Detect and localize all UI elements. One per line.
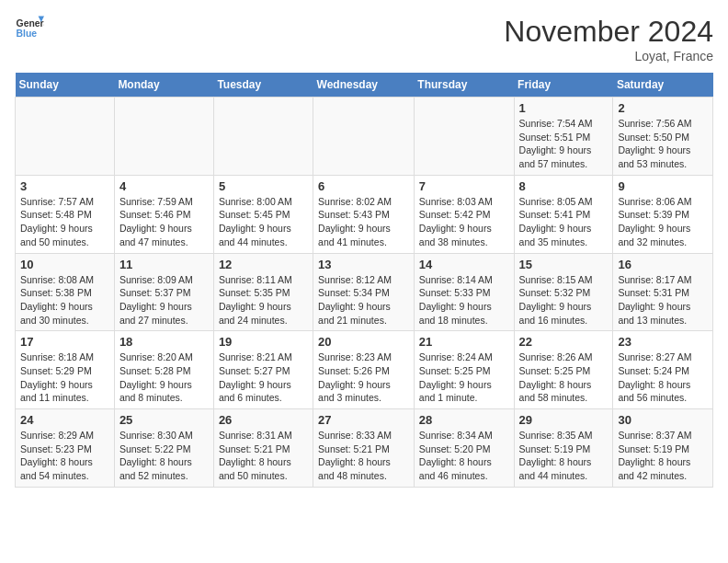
header-day-thursday: Thursday — [414, 73, 514, 98]
day-info: Sunrise: 8:23 AM Sunset: 5:26 PM Dayligh… — [318, 350, 409, 405]
day-info: Sunrise: 8:05 AM Sunset: 5:41 PM Dayligh… — [519, 195, 609, 249]
calendar-cell: 28Sunrise: 8:34 AM Sunset: 5:20 PM Dayli… — [414, 409, 514, 488]
day-info: Sunrise: 7:57 AM Sunset: 5:48 PM Dayligh… — [20, 195, 109, 249]
logo: General Blue — [15, 15, 44, 40]
day-info: Sunrise: 8:31 AM Sunset: 5:21 PM Dayligh… — [219, 429, 308, 483]
calendar-cell: 9Sunrise: 8:06 AM Sunset: 5:39 PM Daylig… — [613, 175, 713, 253]
day-number: 20 — [318, 335, 409, 349]
calendar-cell: 8Sunrise: 8:05 AM Sunset: 5:41 PM Daylig… — [514, 175, 613, 253]
day-number: 28 — [419, 413, 509, 427]
day-number: 19 — [219, 335, 308, 349]
day-info: Sunrise: 8:06 AM Sunset: 5:39 PM Dayligh… — [618, 195, 708, 249]
day-number: 23 — [618, 335, 708, 349]
location: Loyat, France — [504, 49, 713, 63]
svg-text:General: General — [17, 18, 44, 29]
calendar-week-row: 1Sunrise: 7:54 AM Sunset: 5:51 PM Daylig… — [16, 98, 713, 176]
day-info: Sunrise: 8:21 AM Sunset: 5:27 PM Dayligh… — [219, 350, 308, 405]
calendar-cell: 17Sunrise: 8:18 AM Sunset: 5:29 PM Dayli… — [16, 331, 115, 409]
calendar-cell — [114, 98, 213, 176]
day-number: 14 — [419, 258, 509, 271]
calendar-cell: 13Sunrise: 8:12 AM Sunset: 5:34 PM Dayli… — [313, 253, 415, 331]
calendar-cell: 21Sunrise: 8:24 AM Sunset: 5:25 PM Dayli… — [414, 331, 514, 409]
day-info: Sunrise: 8:35 AM Sunset: 5:19 PM Dayligh… — [519, 429, 609, 483]
calendar-cell: 5Sunrise: 8:00 AM Sunset: 5:45 PM Daylig… — [213, 175, 313, 253]
day-number: 30 — [618, 413, 708, 427]
day-info: Sunrise: 8:26 AM Sunset: 5:25 PM Dayligh… — [519, 350, 609, 405]
day-number: 3 — [20, 179, 109, 193]
day-info: Sunrise: 8:03 AM Sunset: 5:42 PM Dayligh… — [419, 195, 509, 249]
day-number: 17 — [20, 335, 109, 349]
calendar-cell — [16, 98, 115, 176]
calendar-cell: 30Sunrise: 8:37 AM Sunset: 5:19 PM Dayli… — [613, 409, 713, 488]
logo-icon: General Blue — [15, 15, 44, 40]
day-number: 18 — [119, 335, 209, 349]
day-info: Sunrise: 8:15 AM Sunset: 5:32 PM Dayligh… — [519, 273, 609, 327]
day-info: Sunrise: 8:24 AM Sunset: 5:25 PM Dayligh… — [419, 350, 509, 405]
calendar-cell: 12Sunrise: 8:11 AM Sunset: 5:35 PM Dayli… — [213, 253, 313, 331]
calendar-cell: 10Sunrise: 8:08 AM Sunset: 5:38 PM Dayli… — [16, 253, 115, 331]
header-day-monday: Monday — [114, 73, 213, 98]
calendar-table: SundayMondayTuesdayWednesdayThursdayFrid… — [15, 73, 713, 488]
day-number: 29 — [519, 413, 609, 427]
day-number: 25 — [119, 413, 209, 427]
month-title: November 2024 — [504, 15, 713, 49]
day-number: 21 — [419, 335, 509, 349]
day-number: 1 — [519, 101, 609, 115]
day-number: 15 — [519, 258, 609, 271]
day-number: 5 — [219, 179, 308, 193]
calendar-cell: 27Sunrise: 8:33 AM Sunset: 5:21 PM Dayli… — [313, 409, 415, 488]
calendar-cell: 24Sunrise: 8:29 AM Sunset: 5:23 PM Dayli… — [16, 409, 115, 488]
calendar-cell: 25Sunrise: 8:30 AM Sunset: 5:22 PM Dayli… — [114, 409, 213, 488]
day-info: Sunrise: 8:18 AM Sunset: 5:29 PM Dayligh… — [20, 350, 109, 405]
page-header: General Blue November 2024 Loyat, France — [15, 15, 713, 63]
day-info: Sunrise: 8:20 AM Sunset: 5:28 PM Dayligh… — [119, 350, 209, 405]
calendar-cell: 20Sunrise: 8:23 AM Sunset: 5:26 PM Dayli… — [313, 331, 415, 409]
calendar-header-row: SundayMondayTuesdayWednesdayThursdayFrid… — [16, 73, 713, 98]
calendar-cell: 16Sunrise: 8:17 AM Sunset: 5:31 PM Dayli… — [613, 253, 713, 331]
calendar-cell: 7Sunrise: 8:03 AM Sunset: 5:42 PM Daylig… — [414, 175, 514, 253]
day-number: 16 — [618, 258, 708, 271]
day-info: Sunrise: 7:54 AM Sunset: 5:51 PM Dayligh… — [519, 117, 609, 171]
header-day-friday: Friday — [514, 73, 613, 98]
calendar-cell — [213, 98, 313, 176]
day-info: Sunrise: 7:56 AM Sunset: 5:50 PM Dayligh… — [618, 117, 708, 171]
calendar-cell: 22Sunrise: 8:26 AM Sunset: 5:25 PM Dayli… — [514, 331, 613, 409]
calendar-cell — [414, 98, 514, 176]
day-number: 11 — [119, 258, 209, 271]
calendar-cell: 11Sunrise: 8:09 AM Sunset: 5:37 PM Dayli… — [114, 253, 213, 331]
day-info: Sunrise: 8:12 AM Sunset: 5:34 PM Dayligh… — [318, 273, 409, 327]
day-number: 9 — [618, 179, 708, 193]
day-info: Sunrise: 8:02 AM Sunset: 5:43 PM Dayligh… — [318, 195, 409, 249]
day-number: 4 — [119, 179, 209, 193]
day-number: 27 — [318, 413, 409, 427]
calendar-week-row: 3Sunrise: 7:57 AM Sunset: 5:48 PM Daylig… — [16, 175, 713, 253]
day-info: Sunrise: 8:33 AM Sunset: 5:21 PM Dayligh… — [318, 429, 409, 483]
calendar-cell: 29Sunrise: 8:35 AM Sunset: 5:19 PM Dayli… — [514, 409, 613, 488]
day-number: 10 — [20, 258, 109, 271]
calendar-cell: 6Sunrise: 8:02 AM Sunset: 5:43 PM Daylig… — [313, 175, 415, 253]
day-number: 12 — [219, 258, 308, 271]
day-info: Sunrise: 8:11 AM Sunset: 5:35 PM Dayligh… — [219, 273, 308, 327]
day-number: 24 — [20, 413, 109, 427]
calendar-cell — [313, 98, 415, 176]
day-info: Sunrise: 8:34 AM Sunset: 5:20 PM Dayligh… — [419, 429, 509, 483]
day-number: 2 — [618, 101, 708, 115]
day-info: Sunrise: 8:30 AM Sunset: 5:22 PM Dayligh… — [119, 429, 209, 483]
day-info: Sunrise: 8:37 AM Sunset: 5:19 PM Dayligh… — [618, 429, 708, 483]
title-area: November 2024 Loyat, France — [504, 15, 713, 63]
day-number: 13 — [318, 258, 409, 271]
calendar-cell: 3Sunrise: 7:57 AM Sunset: 5:48 PM Daylig… — [16, 175, 115, 253]
header-day-wednesday: Wednesday — [313, 73, 415, 98]
day-info: Sunrise: 8:27 AM Sunset: 5:24 PM Dayligh… — [618, 350, 708, 405]
header-day-tuesday: Tuesday — [213, 73, 313, 98]
day-number: 26 — [219, 413, 308, 427]
header-day-sunday: Sunday — [16, 73, 115, 98]
calendar-cell: 2Sunrise: 7:56 AM Sunset: 5:50 PM Daylig… — [613, 98, 713, 176]
day-number: 8 — [519, 179, 609, 193]
day-info: Sunrise: 8:09 AM Sunset: 5:37 PM Dayligh… — [119, 273, 209, 327]
day-number: 6 — [318, 179, 409, 193]
calendar-cell: 15Sunrise: 8:15 AM Sunset: 5:32 PM Dayli… — [514, 253, 613, 331]
calendar-week-row: 10Sunrise: 8:08 AM Sunset: 5:38 PM Dayli… — [16, 253, 713, 331]
day-info: Sunrise: 8:17 AM Sunset: 5:31 PM Dayligh… — [618, 273, 708, 327]
day-info: Sunrise: 7:59 AM Sunset: 5:46 PM Dayligh… — [119, 195, 209, 249]
